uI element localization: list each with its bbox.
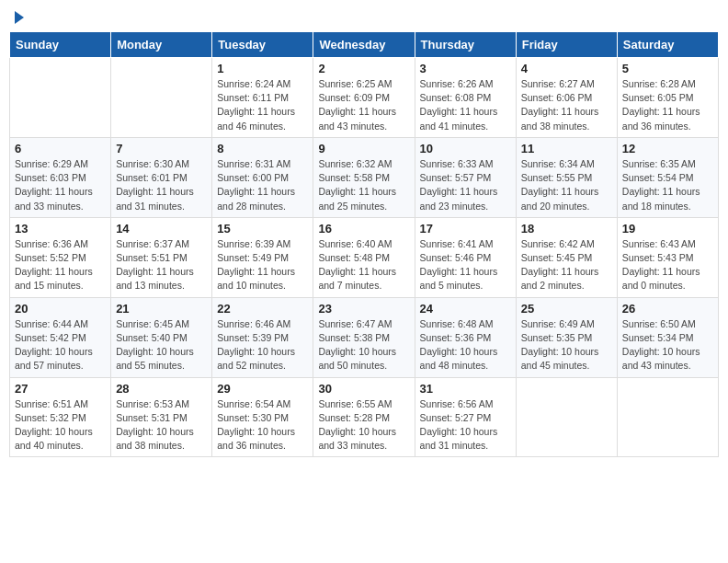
calendar-week-row: 1Sunrise: 6:24 AMSunset: 6:11 PMDaylight…	[10, 58, 719, 138]
day-number: 25	[521, 302, 612, 316]
day-info: Sunrise: 6:31 AMSunset: 6:00 PMDaylight:…	[217, 157, 308, 213]
weekday-header-thursday: Thursday	[415, 32, 516, 58]
calendar-day-cell: 11Sunrise: 6:34 AMSunset: 5:55 PMDayligh…	[516, 137, 617, 217]
day-number: 9	[318, 142, 409, 155]
calendar-week-row: 27Sunrise: 6:51 AMSunset: 5:32 PMDayligh…	[10, 377, 719, 457]
weekday-header-sunday: Sunday	[10, 32, 111, 58]
logo	[13, 9, 24, 24]
calendar-day-cell: 16Sunrise: 6:40 AMSunset: 5:48 PMDayligh…	[313, 217, 415, 297]
calendar-day-cell: 1Sunrise: 6:24 AMSunset: 6:11 PMDaylight…	[212, 58, 313, 138]
day-info: Sunrise: 6:29 AMSunset: 6:03 PMDaylight:…	[15, 157, 106, 213]
day-info: Sunrise: 6:41 AMSunset: 5:46 PMDaylight:…	[420, 237, 511, 293]
day-number: 26	[622, 302, 713, 316]
day-info: Sunrise: 6:44 AMSunset: 5:42 PMDaylight:…	[15, 317, 106, 373]
weekday-header-monday: Monday	[111, 32, 212, 58]
day-info: Sunrise: 6:40 AMSunset: 5:48 PMDaylight:…	[318, 237, 409, 293]
day-number: 5	[622, 62, 713, 75]
day-number: 6	[15, 142, 106, 155]
day-number: 1	[217, 62, 308, 75]
calendar-day-cell: 17Sunrise: 6:41 AMSunset: 5:46 PMDayligh…	[415, 217, 516, 297]
calendar-day-cell: 3Sunrise: 6:26 AMSunset: 6:08 PMDaylight…	[415, 58, 516, 138]
day-number: 7	[116, 142, 207, 155]
calendar-day-cell: 29Sunrise: 6:54 AMSunset: 5:30 PMDayligh…	[212, 377, 313, 457]
day-info: Sunrise: 6:46 AMSunset: 5:39 PMDaylight:…	[217, 317, 308, 373]
calendar-day-cell: 19Sunrise: 6:43 AMSunset: 5:43 PMDayligh…	[617, 217, 718, 297]
calendar-day-cell: 22Sunrise: 6:46 AMSunset: 5:39 PMDayligh…	[212, 297, 313, 377]
calendar-day-cell: 4Sunrise: 6:27 AMSunset: 6:06 PMDaylight…	[516, 58, 617, 138]
day-info: Sunrise: 6:45 AMSunset: 5:40 PMDaylight:…	[116, 317, 207, 373]
calendar-day-cell: 28Sunrise: 6:53 AMSunset: 5:31 PMDayligh…	[111, 377, 212, 457]
calendar-day-cell	[111, 58, 212, 138]
day-info: Sunrise: 6:25 AMSunset: 6:09 PMDaylight:…	[318, 77, 409, 133]
day-info: Sunrise: 6:26 AMSunset: 6:08 PMDaylight:…	[420, 77, 511, 133]
day-number: 12	[622, 142, 713, 155]
day-number: 10	[420, 142, 511, 155]
weekday-header-wednesday: Wednesday	[313, 32, 415, 58]
weekday-header-friday: Friday	[516, 32, 617, 58]
day-info: Sunrise: 6:37 AMSunset: 5:51 PMDaylight:…	[116, 237, 207, 293]
calendar-day-cell: 27Sunrise: 6:51 AMSunset: 5:32 PMDayligh…	[10, 377, 111, 457]
calendar-day-cell: 31Sunrise: 6:56 AMSunset: 5:27 PMDayligh…	[415, 377, 516, 457]
day-number: 23	[318, 302, 409, 316]
calendar-day-cell: 23Sunrise: 6:47 AMSunset: 5:38 PMDayligh…	[313, 297, 415, 377]
day-info: Sunrise: 6:49 AMSunset: 5:35 PMDaylight:…	[521, 317, 612, 373]
calendar-week-row: 20Sunrise: 6:44 AMSunset: 5:42 PMDayligh…	[10, 297, 719, 377]
weekday-header-saturday: Saturday	[617, 32, 718, 58]
logo-arrow-icon	[15, 11, 24, 24]
day-number: 15	[217, 222, 308, 236]
day-number: 18	[521, 222, 612, 236]
calendar-table: SundayMondayTuesdayWednesdayThursdayFrid…	[9, 31, 719, 457]
calendar-week-row: 13Sunrise: 6:36 AMSunset: 5:52 PMDayligh…	[10, 217, 719, 297]
calendar-day-cell: 12Sunrise: 6:35 AMSunset: 5:54 PMDayligh…	[617, 137, 718, 217]
weekday-header-tuesday: Tuesday	[212, 32, 313, 58]
day-number: 14	[116, 222, 207, 236]
day-number: 20	[15, 302, 106, 316]
day-info: Sunrise: 6:53 AMSunset: 5:31 PMDaylight:…	[116, 397, 207, 454]
day-info: Sunrise: 6:30 AMSunset: 6:01 PMDaylight:…	[116, 157, 207, 213]
day-number: 2	[318, 62, 409, 75]
day-number: 29	[217, 382, 308, 396]
day-info: Sunrise: 6:56 AMSunset: 5:27 PMDaylight:…	[420, 397, 511, 454]
day-info: Sunrise: 6:43 AMSunset: 5:43 PMDaylight:…	[622, 237, 713, 293]
day-info: Sunrise: 6:50 AMSunset: 5:34 PMDaylight:…	[622, 317, 713, 373]
calendar-day-cell: 14Sunrise: 6:37 AMSunset: 5:51 PMDayligh…	[111, 217, 212, 297]
day-number: 8	[217, 142, 308, 155]
calendar-day-cell: 6Sunrise: 6:29 AMSunset: 6:03 PMDaylight…	[10, 137, 111, 217]
day-info: Sunrise: 6:36 AMSunset: 5:52 PMDaylight:…	[15, 237, 106, 293]
day-number: 16	[318, 222, 409, 236]
day-info: Sunrise: 6:48 AMSunset: 5:36 PMDaylight:…	[420, 317, 511, 373]
calendar-day-cell: 21Sunrise: 6:45 AMSunset: 5:40 PMDayligh…	[111, 297, 212, 377]
day-info: Sunrise: 6:32 AMSunset: 5:58 PMDaylight:…	[318, 157, 409, 213]
day-info: Sunrise: 6:51 AMSunset: 5:32 PMDaylight:…	[15, 397, 106, 454]
day-number: 11	[521, 142, 612, 155]
page-header	[9, 9, 719, 24]
day-info: Sunrise: 6:24 AMSunset: 6:11 PMDaylight:…	[217, 77, 308, 133]
calendar-day-cell: 15Sunrise: 6:39 AMSunset: 5:49 PMDayligh…	[212, 217, 313, 297]
day-number: 30	[318, 382, 409, 396]
day-number: 27	[15, 382, 106, 396]
day-info: Sunrise: 6:28 AMSunset: 6:05 PMDaylight:…	[622, 77, 713, 133]
day-number: 3	[420, 62, 511, 75]
day-info: Sunrise: 6:55 AMSunset: 5:28 PMDaylight:…	[318, 397, 409, 454]
day-number: 19	[622, 222, 713, 236]
calendar-week-row: 6Sunrise: 6:29 AMSunset: 6:03 PMDaylight…	[10, 137, 719, 217]
day-number: 28	[116, 382, 207, 396]
calendar-day-cell: 2Sunrise: 6:25 AMSunset: 6:09 PMDaylight…	[313, 58, 415, 138]
day-number: 22	[217, 302, 308, 316]
day-info: Sunrise: 6:39 AMSunset: 5:49 PMDaylight:…	[217, 237, 308, 293]
calendar-day-cell: 5Sunrise: 6:28 AMSunset: 6:05 PMDaylight…	[617, 58, 718, 138]
calendar-day-cell: 10Sunrise: 6:33 AMSunset: 5:57 PMDayligh…	[415, 137, 516, 217]
day-info: Sunrise: 6:27 AMSunset: 6:06 PMDaylight:…	[521, 77, 612, 133]
calendar-day-cell: 25Sunrise: 6:49 AMSunset: 5:35 PMDayligh…	[516, 297, 617, 377]
calendar-day-cell: 26Sunrise: 6:50 AMSunset: 5:34 PMDayligh…	[617, 297, 718, 377]
calendar-day-cell: 24Sunrise: 6:48 AMSunset: 5:36 PMDayligh…	[415, 297, 516, 377]
day-number: 17	[420, 222, 511, 236]
calendar-day-cell: 20Sunrise: 6:44 AMSunset: 5:42 PMDayligh…	[10, 297, 111, 377]
day-info: Sunrise: 6:33 AMSunset: 5:57 PMDaylight:…	[420, 157, 511, 213]
day-info: Sunrise: 6:42 AMSunset: 5:45 PMDaylight:…	[521, 237, 612, 293]
calendar-day-cell	[10, 58, 111, 138]
day-info: Sunrise: 6:54 AMSunset: 5:30 PMDaylight:…	[217, 397, 308, 454]
calendar-day-cell: 7Sunrise: 6:30 AMSunset: 6:01 PMDaylight…	[111, 137, 212, 217]
calendar-day-cell: 8Sunrise: 6:31 AMSunset: 6:00 PMDaylight…	[212, 137, 313, 217]
day-number: 31	[420, 382, 511, 396]
